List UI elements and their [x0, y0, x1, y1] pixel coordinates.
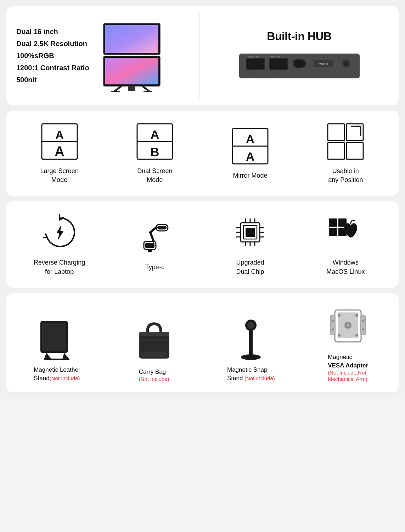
svg-rect-36	[328, 124, 344, 140]
svg-rect-42	[157, 226, 167, 229]
feature-dual-chip: UpgradedDual Chip	[204, 213, 296, 276]
vesa-label: MagneticVESA Adapter (Not Include,NotMec…	[328, 353, 368, 383]
accessory-carry-bag: Carry Bag (Not Include)	[107, 320, 201, 383]
feature-os-compat: WindowsMacOS Linux	[300, 213, 392, 276]
accessory-vesa: MagneticVESA Adapter (Not Include,NotMec…	[301, 305, 395, 383]
svg-point-81	[346, 323, 350, 327]
svg-line-5	[142, 86, 150, 92]
mode-any-position: Usable inany Position	[300, 122, 392, 184]
leather-stand-svg	[38, 317, 77, 360]
svg-rect-50	[246, 228, 255, 237]
svg-rect-6	[111, 91, 120, 92]
svg-point-83	[355, 314, 358, 317]
large-screen-icon: A A	[40, 122, 79, 161]
accessory-leather-stand: Magnetic LeatherStand(Not Include)	[10, 317, 104, 383]
spec-3: 100%sRGB	[16, 50, 89, 61]
snap-stand-label: Magnetic SnapStand (Not Include)	[227, 366, 275, 383]
accessory-snap-stand: Magnetic SnapStand (Not Include)	[204, 317, 298, 383]
large-screen-label: Large ScreenMode	[40, 167, 79, 184]
dual-chip-label: UpgradedDual Chip	[236, 258, 264, 276]
svg-text:A: A	[55, 144, 64, 159]
svg-line-44	[150, 232, 154, 242]
svg-point-88	[332, 320, 334, 322]
svg-rect-11	[247, 59, 264, 69]
typec-label: Type-c	[145, 263, 164, 272]
carry-bag-icon	[135, 320, 174, 362]
monitor-illustration	[96, 18, 167, 94]
modes-section: A A Large ScreenMode A B Dual ScreenMode…	[6, 111, 399, 196]
svg-rect-39	[347, 143, 363, 159]
svg-rect-72	[139, 332, 169, 336]
svg-text:A: A	[246, 150, 255, 163]
svg-marker-40	[56, 225, 63, 240]
svg-rect-17	[294, 60, 305, 67]
hub-svg: USB 3.0 USB 3.0 MENU ⬛ ⬛	[236, 50, 363, 82]
svg-text:⬛: ⬛	[251, 70, 254, 73]
svg-text:B: B	[151, 145, 159, 159]
svg-point-77	[247, 322, 254, 329]
spec-2: Dual 2.5K Resolution	[16, 38, 89, 49]
svg-text:A: A	[55, 128, 63, 141]
any-position-icon	[326, 122, 365, 161]
svg-rect-87	[361, 315, 366, 335]
mirror-mode-label: Mirror Mode	[233, 171, 268, 180]
svg-rect-14	[270, 59, 287, 69]
spec-4: 1200:1 Contrast Ratio	[16, 62, 89, 73]
svg-text:⬛: ⬛	[274, 70, 277, 73]
svg-line-4	[114, 86, 121, 92]
svg-rect-3	[105, 25, 158, 53]
top-left: Dual 16 inch Dual 2.5K Resolution 100%sR…	[6, 6, 199, 105]
leather-stand-icon	[38, 317, 77, 360]
svg-rect-8	[128, 86, 135, 91]
svg-point-91	[362, 328, 364, 331]
svg-rect-47	[148, 249, 152, 252]
dual-chip-icon	[231, 213, 270, 252]
hub-title: Built-in HUB	[267, 30, 331, 43]
svg-line-43	[150, 228, 156, 232]
svg-rect-63	[329, 218, 337, 227]
feature-typec: Type-c	[109, 217, 201, 272]
svg-point-85	[355, 334, 358, 337]
svg-point-89	[332, 328, 334, 331]
features-section: Reverse Chargingfor Laptop Type-c	[6, 201, 399, 287]
reverse-charging-label: Reverse Chargingfor Laptop	[34, 258, 85, 276]
monitor-svg	[96, 18, 167, 92]
feature-reverse-charging: Reverse Chargingfor Laptop	[13, 213, 105, 276]
mode-mirror: A A Mirror Mode	[204, 127, 296, 180]
os-compat-icon	[326, 213, 365, 252]
reverse-charging-icon	[40, 213, 79, 252]
mirror-mode-icon: A A	[231, 127, 270, 166]
svg-rect-46	[145, 243, 154, 248]
svg-point-82	[338, 314, 341, 317]
mode-large-screen: A A Large ScreenMode	[13, 122, 105, 184]
svg-point-90	[362, 320, 364, 322]
svg-point-21	[343, 61, 349, 66]
dual-screen-icon: A B	[135, 122, 174, 161]
svg-rect-65	[329, 228, 337, 236]
accessories-section: Magnetic LeatherStand(Not Include)	[6, 293, 399, 393]
svg-rect-73	[141, 352, 167, 357]
svg-text:USB 3.0: USB 3.0	[248, 55, 258, 58]
svg-rect-68	[42, 323, 66, 351]
snap-stand-svg	[231, 317, 270, 360]
any-position-label: Usable inany Position	[328, 167, 363, 184]
svg-rect-75	[249, 328, 253, 358]
os-label: WindowsMacOS Linux	[326, 258, 365, 276]
top-section: Dual 16 inch Dual 2.5K Resolution 100%sR…	[6, 6, 399, 105]
svg-point-84	[338, 334, 341, 337]
dual-screen-label: Dual ScreenMode	[137, 167, 172, 184]
svg-text:USB 3.0: USB 3.0	[270, 55, 280, 58]
typec-icon	[135, 217, 174, 256]
page: Dual 16 inch Dual 2.5K Resolution 100%sR…	[0, 0, 405, 399]
spec-5: 500nit	[16, 74, 89, 85]
top-right: Built-in HUB USB 3.0 USB 3.0 MENU	[200, 6, 399, 105]
snap-stand-icon	[231, 317, 270, 360]
svg-rect-7	[144, 91, 152, 92]
mode-dual-screen: A B Dual ScreenMode	[109, 122, 201, 184]
svg-rect-38	[328, 143, 344, 159]
carry-bag-label: Carry Bag (Not Include)	[139, 368, 169, 383]
svg-text:A: A	[151, 128, 159, 141]
specs-text: Dual 16 inch Dual 2.5K Resolution 100%sR…	[16, 26, 89, 85]
svg-rect-1	[105, 58, 158, 84]
vesa-svg	[328, 305, 367, 347]
